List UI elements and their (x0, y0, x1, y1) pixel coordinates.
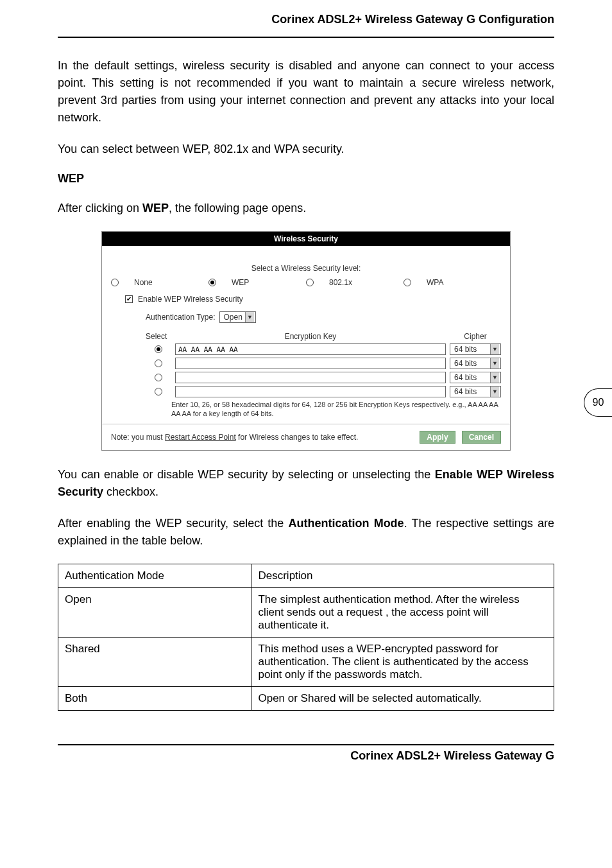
note-pre: Note: you must (111, 433, 165, 442)
chevron-down-icon: ▼ (490, 372, 499, 383)
cell-desc: The simplest authentication method. Afte… (251, 587, 554, 637)
select-level-label: Select a Wireless Security level: (111, 264, 501, 273)
key-select-2[interactable] (155, 360, 162, 367)
auth-mode-paragraph: After enabling the WEP security, select … (58, 515, 554, 550)
note-post: for Wireless changes to take effect. (236, 433, 359, 442)
auth-type-select[interactable]: Open ▼ (219, 311, 256, 323)
table-row: Open The simplest authentication method.… (58, 587, 554, 637)
auth-type-label: Authentication Type: (146, 313, 216, 322)
radio-wpa[interactable] (404, 279, 411, 286)
auth-mode-table: Authentication Mode Description Open The… (58, 564, 554, 711)
wep-intro-pre: After clicking on (58, 202, 142, 214)
key-input-4[interactable] (175, 386, 446, 397)
key-select-4[interactable] (155, 388, 162, 395)
enable-wep-label: Enable WEP Wireless Security (138, 295, 243, 304)
table-row: Authentication Mode Description (58, 564, 554, 587)
th-mode: Authentication Mode (58, 564, 251, 587)
cipher-value-3: 64 bits (454, 373, 488, 382)
cipher-select-1[interactable]: 64 bits ▼ (450, 343, 501, 355)
key-input-2[interactable] (175, 358, 446, 369)
cell-desc: Open or Shared will be selected automati… (251, 686, 554, 710)
cipher-value-2: 64 bits (454, 359, 488, 368)
cell-mode: Shared (58, 637, 251, 686)
chevron-down-icon: ▼ (490, 358, 499, 369)
wep-intro-post: , the following page opens. (169, 202, 306, 214)
key-row-3: 64 bits ▼ (146, 372, 501, 383)
auth-type-value: Open (224, 313, 242, 322)
key-help-text: Enter 10, 26, or 58 hexadecimal digits f… (171, 400, 501, 419)
cell-mode: Open (58, 587, 251, 637)
cell-desc: This method uses a WEP-encrypted passwor… (251, 637, 554, 686)
p5-pre: After enabling the WEP security, select … (58, 517, 289, 530)
page-footer-title: Corinex ADSL2+ Wireless Gateway G (58, 749, 554, 763)
security-level-radios: None WEP 802.1x WPA (111, 278, 501, 287)
footer-rule (58, 744, 554, 745)
page-number-tab: 90 (584, 388, 612, 417)
wep-intro: After clicking on WEP, the following pag… (58, 200, 554, 217)
p4-pre: You can enable or disable WEP security b… (58, 468, 435, 481)
apply-button[interactable]: Apply (420, 431, 455, 444)
restart-access-point-link[interactable]: Restart Access Point (165, 433, 236, 442)
key-select-1[interactable] (155, 345, 162, 353)
col-key: Encryption Key (171, 332, 450, 341)
key-select-3[interactable] (155, 374, 162, 381)
key-row-1: 64 bits ▼ (146, 343, 501, 355)
p4-post: checkbox. (103, 485, 158, 498)
cancel-button[interactable]: Cancel (462, 431, 501, 444)
th-desc: Description (251, 564, 554, 587)
page-header-title: Corinex ADSL2+ Wireless Gateway G Config… (58, 13, 554, 31)
panel-title: Wireless Security (102, 232, 510, 246)
cipher-select-3[interactable]: 64 bits ▼ (450, 372, 501, 383)
cipher-select-4[interactable]: 64 bits ▼ (450, 386, 501, 397)
enable-wep-paragraph: You can enable or disable WEP security b… (58, 466, 554, 501)
p5-bold: Authentication Mode (289, 517, 404, 530)
col-select: Select (146, 332, 171, 341)
chevron-down-icon: ▼ (245, 312, 254, 322)
radio-wep[interactable] (208, 279, 216, 286)
key-row-2: 64 bits ▼ (146, 358, 501, 369)
enable-wep-checkbox[interactable] (125, 295, 133, 303)
wep-heading: WEP (58, 172, 554, 186)
radio-8021x-label: 802.1x (329, 278, 352, 287)
cipher-select-2[interactable]: 64 bits ▼ (450, 358, 501, 369)
wireless-security-panel: Wireless Security Select a Wireless Secu… (101, 231, 511, 451)
key-input-1[interactable] (175, 343, 446, 355)
chevron-down-icon: ▼ (490, 344, 499, 354)
chevron-down-icon: ▼ (490, 386, 499, 397)
cell-mode: Both (58, 686, 251, 710)
key-input-3[interactable] (175, 372, 446, 383)
intro-paragraph-2: You can select between WEP, 802.1x and W… (58, 141, 554, 158)
cipher-value-4: 64 bits (454, 387, 488, 396)
header-rule (58, 37, 554, 38)
radio-none-label: None (134, 278, 153, 287)
radio-wpa-label: WPA (427, 278, 443, 287)
table-row: Shared This method uses a WEP-encrypted … (58, 637, 554, 686)
radio-none[interactable] (111, 279, 119, 286)
restart-note: Note: you must Restart Access Point for … (111, 433, 413, 442)
wep-intro-bold: WEP (142, 202, 169, 214)
intro-paragraph-1: In the default settings, wireless securi… (58, 57, 554, 126)
col-cipher: Cipher (450, 332, 501, 341)
radio-wep-label: WEP (232, 278, 249, 287)
key-row-4: 64 bits ▼ (146, 386, 501, 397)
cipher-value-1: 64 bits (454, 345, 488, 354)
radio-8021x[interactable] (306, 279, 314, 286)
table-row: Both Open or Shared will be selected aut… (58, 686, 554, 710)
